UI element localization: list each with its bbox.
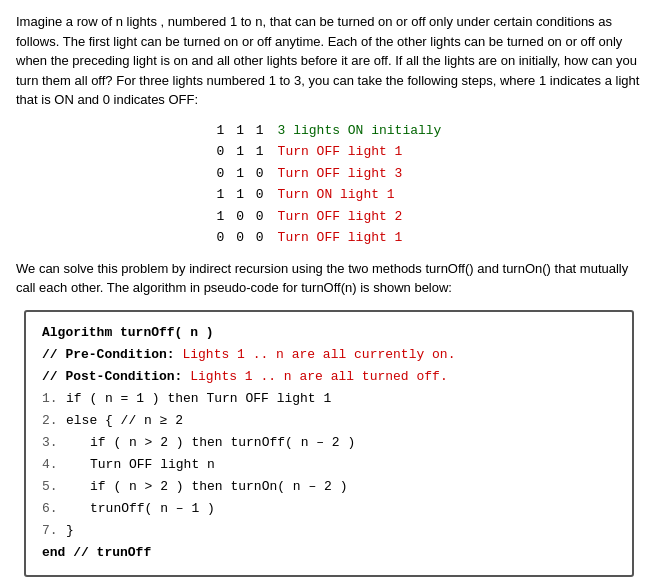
- table-row: 0 0 0Turn OFF light 1: [211, 227, 448, 249]
- table-row: 1 1 0Turn ON light 1: [211, 184, 448, 206]
- algo-title: Algorithm turnOff( n ): [42, 322, 616, 344]
- step-desc: Turn OFF light 2: [272, 206, 448, 228]
- algo-line-num: 2.: [42, 410, 62, 432]
- algo-line: 4.Turn OFF light n: [42, 454, 616, 476]
- step-code: 1 1 1: [211, 120, 272, 142]
- algo-line-num: 4.: [42, 454, 62, 476]
- steps-table: 1 1 13 lights ON initially0 1 1Turn OFF …: [211, 120, 448, 249]
- algo-line-text: else { // n ≥ 2: [66, 413, 183, 428]
- intro-text: Imagine a row of n lights , numbered 1 t…: [16, 14, 639, 107]
- middle-text: We can solve this problem by indirect re…: [16, 261, 628, 296]
- table-row: 0 1 0Turn OFF light 3: [211, 163, 448, 185]
- algo-line-num: 6.: [42, 498, 62, 520]
- table-row: 1 1 13 lights ON initially: [211, 120, 448, 142]
- algo-line-text: Turn OFF light n: [90, 457, 215, 472]
- step-desc: Turn OFF light 1: [272, 141, 448, 163]
- algo-pre-value: Lights 1 .. n are all currently on.: [175, 347, 456, 362]
- intro-paragraph: Imagine a row of n lights , numbered 1 t…: [16, 12, 642, 110]
- table-row: 1 0 0Turn OFF light 2: [211, 206, 448, 228]
- algo-pre-condition: // Pre-Condition: Lights 1 .. n are all …: [42, 344, 616, 366]
- algo-lines: 1.if ( n = 1 ) then Turn OFF light 12.el…: [42, 388, 616, 543]
- middle-paragraph: We can solve this problem by indirect re…: [16, 259, 642, 298]
- algo-line-text: }: [66, 523, 74, 538]
- algo-line-text: if ( n > 2 ) then turnOn( n – 2 ): [90, 479, 347, 494]
- step-desc: 3 lights ON initially: [272, 120, 448, 142]
- algo-line-num: 3.: [42, 432, 62, 454]
- algorithm-box: Algorithm turnOff( n ) // Pre-Condition:…: [24, 310, 634, 577]
- algo-post-label: // Post-Condition:: [42, 369, 182, 384]
- table-row: 0 1 1Turn OFF light 1: [211, 141, 448, 163]
- algo-line-num: 7.: [42, 520, 62, 542]
- step-code: 0 0 0: [211, 227, 272, 249]
- algo-pre-label: // Pre-Condition:: [42, 347, 175, 362]
- algo-line: 2.else { // n ≥ 2: [42, 410, 616, 432]
- step-code: 1 1 0: [211, 184, 272, 206]
- algo-line-num: 5.: [42, 476, 62, 498]
- algo-line-text: if ( n > 2 ) then turnOff( n – 2 ): [90, 435, 355, 450]
- algo-line-text: if ( n = 1 ) then Turn OFF light 1: [66, 391, 331, 406]
- algo-line: 3.if ( n > 2 ) then turnOff( n – 2 ): [42, 432, 616, 454]
- algo-post-value: Lights 1 .. n are all turned off.: [182, 369, 447, 384]
- step-desc: Turn ON light 1: [272, 184, 448, 206]
- algo-line: 6.trunOff( n – 1 ): [42, 498, 616, 520]
- algo-line: 5.if ( n > 2 ) then turnOn( n – 2 ): [42, 476, 616, 498]
- step-desc: Turn OFF light 1: [272, 227, 448, 249]
- algo-line-num: 1.: [42, 388, 62, 410]
- algo-end: end // trunOff: [42, 542, 616, 564]
- algo-line: 1.if ( n = 1 ) then Turn OFF light 1: [42, 388, 616, 410]
- algo-keyword-algorithm: Algorithm turnOff( n ): [42, 325, 214, 340]
- algo-end-keyword: end // trunOff: [42, 545, 151, 560]
- algo-line: 7.}: [42, 520, 616, 542]
- step-code: 0 1 0: [211, 163, 272, 185]
- step-code: 1 0 0: [211, 206, 272, 228]
- algo-line-text: trunOff( n – 1 ): [90, 501, 215, 516]
- step-code: 0 1 1: [211, 141, 272, 163]
- step-desc: Turn OFF light 3: [272, 163, 448, 185]
- algo-post-condition: // Post-Condition: Lights 1 .. n are all…: [42, 366, 616, 388]
